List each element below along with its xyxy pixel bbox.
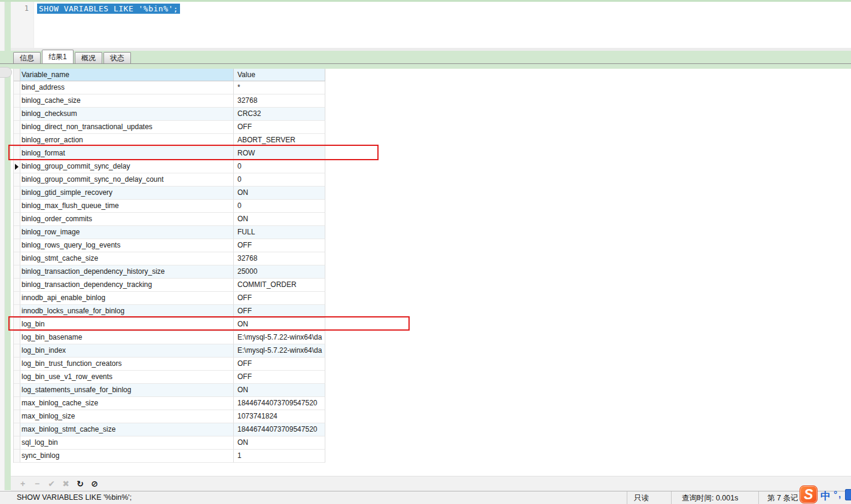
cell-value[interactable]: 32768: [234, 252, 325, 265]
table-row[interactable]: binlog_transaction_dependency_tracking C…: [14, 279, 325, 292]
table-row[interactable]: binlog_group_commit_sync_delay 0: [14, 160, 325, 173]
row-selector-header[interactable]: [14, 69, 20, 81]
cell-variable-name[interactable]: max_binlog_cache_size: [20, 397, 234, 410]
cell-variable-name[interactable]: binlog_checksum: [20, 108, 234, 121]
row-selector-cell[interactable]: [14, 81, 20, 94]
cell-variable-name[interactable]: log_statements_unsafe_for_binlog: [20, 384, 234, 397]
row-selector-cell[interactable]: [14, 160, 20, 173]
row-selector-cell[interactable]: [14, 371, 20, 384]
cell-value[interactable]: ABORT_SERVER: [234, 134, 325, 147]
row-selector-cell[interactable]: [14, 450, 20, 463]
cell-variable-name[interactable]: log_bin_use_v1_row_events: [20, 371, 234, 384]
row-selector-cell[interactable]: [14, 121, 20, 134]
row-selector-cell[interactable]: [14, 200, 20, 213]
cell-value[interactable]: *: [234, 81, 325, 94]
table-row[interactable]: binlog_format ROW: [14, 147, 325, 160]
table-row[interactable]: sync_binlog 1: [14, 450, 325, 463]
table-row[interactable]: innodb_api_enable_binlog OFF: [14, 292, 325, 305]
cell-variable-name[interactable]: innodb_locks_unsafe_for_binlog: [20, 305, 234, 318]
tab-1[interactable]: 结果1: [42, 50, 74, 63]
cell-value[interactable]: CRC32: [234, 108, 325, 121]
cell-variable-name[interactable]: max_binlog_size: [20, 410, 234, 423]
cell-variable-name[interactable]: binlog_stmt_cache_size: [20, 252, 234, 265]
row-selector-cell[interactable]: [14, 134, 20, 147]
cell-value[interactable]: 32768: [234, 94, 325, 108]
table-row[interactable]: max_binlog_cache_size 184467440737095475…: [14, 397, 325, 410]
cell-variable-name[interactable]: sql_log_bin: [20, 436, 234, 450]
row-selector-cell[interactable]: [14, 410, 20, 423]
cell-variable-name[interactable]: binlog_rows_query_log_events: [20, 239, 234, 252]
cell-variable-name[interactable]: binlog_row_image: [20, 226, 234, 239]
table-row[interactable]: binlog_group_commit_sync_no_delay_count …: [14, 173, 325, 187]
cell-value[interactable]: ON: [234, 187, 325, 200]
row-selector-cell[interactable]: [14, 265, 20, 279]
table-row[interactable]: log_statements_unsafe_for_binlog ON: [14, 384, 325, 397]
cell-value[interactable]: 0: [234, 160, 325, 173]
cell-value[interactable]: E:\mysql-5.7.22-winx64\da: [234, 331, 325, 344]
row-selector-cell[interactable]: [14, 292, 20, 305]
row-selector-cell[interactable]: [14, 331, 20, 344]
cell-value[interactable]: OFF: [234, 239, 325, 252]
table-row[interactable]: binlog_gtid_simple_recovery ON: [14, 187, 325, 200]
tab-0[interactable]: 信息: [13, 52, 41, 63]
table-row[interactable]: binlog_row_image FULL: [14, 226, 325, 239]
cell-value[interactable]: 18446744073709547520: [234, 397, 325, 410]
refresh-icon[interactable]: ↻: [73, 479, 87, 488]
tab-2[interactable]: 概况: [75, 52, 102, 63]
cell-value[interactable]: ON: [234, 384, 325, 397]
cell-variable-name[interactable]: binlog_group_commit_sync_delay: [20, 160, 234, 173]
table-row[interactable]: log_bin_index E:\mysql-5.7.22-winx64\da: [14, 344, 325, 358]
ime-punctuation-indicator[interactable]: °,: [834, 489, 842, 499]
cell-variable-name[interactable]: binlog_cache_size: [20, 94, 234, 108]
cell-variable-name[interactable]: sync_binlog: [20, 450, 234, 463]
cell-value[interactable]: OFF: [234, 358, 325, 371]
cell-variable-name[interactable]: binlog_transaction_dependency_history_si…: [20, 265, 234, 279]
column-header-variable-name[interactable]: Variable_name: [20, 69, 234, 81]
table-row[interactable]: binlog_direct_non_transactional_updates …: [14, 121, 325, 134]
row-selector-cell[interactable]: [14, 305, 20, 318]
row-selector-cell[interactable]: [14, 108, 20, 121]
ime-keyboard-icon[interactable]: [845, 489, 851, 500]
cell-variable-name[interactable]: log_bin_index: [20, 344, 234, 358]
sql-editor[interactable]: 1 SHOW VARIABLES LIKE '%bin%';: [11, 2, 851, 48]
row-selector-cell[interactable]: [14, 397, 20, 410]
table-row[interactable]: binlog_max_flush_queue_time 0: [14, 200, 325, 213]
row-selector-cell[interactable]: [14, 318, 20, 331]
table-row[interactable]: log_bin_trust_function_creators OFF: [14, 358, 325, 371]
tab-3[interactable]: 状态: [103, 52, 131, 63]
cell-variable-name[interactable]: binlog_max_flush_queue_time: [20, 200, 234, 213]
cell-variable-name[interactable]: binlog_direct_non_transactional_updates: [20, 121, 234, 134]
cell-value[interactable]: 25000: [234, 265, 325, 279]
table-row[interactable]: sql_log_bin ON: [14, 436, 325, 450]
cell-value[interactable]: 18446744073709547520: [234, 423, 325, 436]
cell-value[interactable]: 0: [234, 173, 325, 187]
table-row[interactable]: log_bin ON: [14, 318, 325, 331]
table-row[interactable]: innodb_locks_unsafe_for_binlog OFF: [14, 305, 325, 318]
cell-value[interactable]: 1073741824: [234, 410, 325, 423]
row-selector-cell[interactable]: [14, 384, 20, 397]
table-row[interactable]: binlog_transaction_dependency_history_si…: [14, 265, 325, 279]
panel-collapse-handle[interactable]: [0, 67, 12, 78]
row-selector-cell[interactable]: [14, 94, 20, 108]
cell-value[interactable]: OFF: [234, 305, 325, 318]
row-selector-cell[interactable]: [14, 252, 20, 265]
row-selector-cell[interactable]: [14, 147, 20, 160]
row-selector-cell[interactable]: [14, 358, 20, 371]
cell-variable-name[interactable]: binlog_group_commit_sync_no_delay_count: [20, 173, 234, 187]
cell-variable-name[interactable]: binlog_format: [20, 147, 234, 160]
table-row[interactable]: binlog_order_commits ON: [14, 213, 325, 226]
table-row[interactable]: bind_address *: [14, 81, 325, 94]
cell-value[interactable]: ON: [234, 436, 325, 450]
cell-variable-name[interactable]: binlog_order_commits: [20, 213, 234, 226]
cell-value[interactable]: OFF: [234, 121, 325, 134]
cell-value[interactable]: COMMIT_ORDER: [234, 279, 325, 292]
table-row[interactable]: binlog_checksum CRC32: [14, 108, 325, 121]
row-selector-cell[interactable]: [14, 239, 20, 252]
cell-value[interactable]: OFF: [234, 292, 325, 305]
cell-value[interactable]: ON: [234, 318, 325, 331]
row-selector-cell[interactable]: [14, 226, 20, 239]
ime-language-indicator[interactable]: 中: [821, 489, 831, 503]
column-header-value[interactable]: Value: [234, 69, 325, 81]
row-selector-cell[interactable]: [14, 436, 20, 450]
table-row[interactable]: max_binlog_size 1073741824: [14, 410, 325, 423]
